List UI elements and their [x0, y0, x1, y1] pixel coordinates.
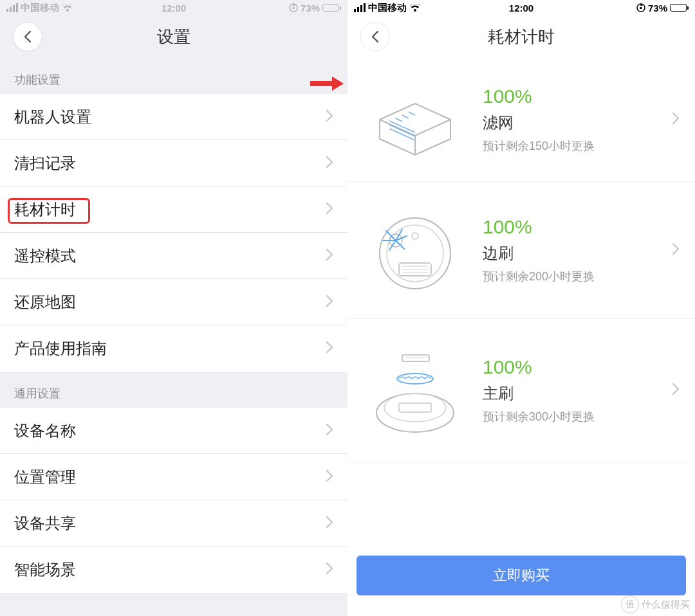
- row-label: 还原地图: [14, 292, 76, 313]
- watermark-glyph-icon: 值: [621, 595, 639, 613]
- consumable-illustration-icon: [348, 81, 483, 158]
- chevron-right-icon: [326, 562, 333, 577]
- battery-pct-label: 73%: [648, 3, 667, 14]
- clock-label: 12:00: [162, 3, 186, 14]
- settings-row[interactable]: 机器人设置: [0, 94, 348, 140]
- row-label: 产品使用指南: [14, 338, 107, 359]
- consumable-info: 100%边刷预计剩余200小时更换: [483, 216, 672, 284]
- status-bar: 中国移动 12:00 73%: [0, 0, 348, 15]
- section-label: 通用设置: [14, 386, 60, 401]
- consumable-row[interactable]: 100%主刷预计剩余300小时更换: [348, 319, 695, 462]
- back-button[interactable]: [13, 22, 42, 51]
- chevron-right-icon: [326, 156, 333, 171]
- arrow-annotation-icon: [309, 75, 345, 95]
- consumable-info: 100%滤网预计剩余150小时更换: [483, 86, 672, 154]
- row-label: 设备共享: [14, 513, 76, 534]
- svg-rect-3: [640, 7, 642, 9]
- watermark-text: 什么值得买: [642, 599, 690, 611]
- consumable-illustration-icon: [348, 342, 483, 439]
- consumable-remaining: 预计剩余200小时更换: [483, 269, 672, 284]
- consumable-illustration-icon: [348, 205, 483, 295]
- watermark: 值 什么值得买: [621, 595, 690, 613]
- svg-point-4: [380, 218, 450, 289]
- settings-row[interactable]: 位置管理: [0, 454, 348, 500]
- chevron-right-icon: [326, 202, 333, 217]
- consumable-name: 边刷: [483, 243, 672, 264]
- wifi-icon: [409, 3, 421, 12]
- clock-label: 12:00: [509, 3, 533, 14]
- page-title: 设置: [157, 26, 190, 48]
- row-label: 耗材计时: [14, 199, 76, 220]
- section-label: 功能设置: [14, 72, 60, 87]
- consumable-pct: 100%: [483, 216, 672, 238]
- battery-icon: [322, 4, 341, 12]
- settings-row[interactable]: 清扫记录: [0, 140, 348, 186]
- consumable-pct: 100%: [483, 86, 672, 107]
- row-label: 智能场景: [14, 559, 76, 580]
- chevron-right-icon: [326, 109, 333, 125]
- svg-point-10: [384, 394, 446, 422]
- row-label: 位置管理: [14, 467, 76, 487]
- signal-icon: [354, 3, 366, 12]
- svg-point-12: [397, 374, 433, 384]
- battery-icon: [670, 4, 689, 12]
- chevron-right-icon: [326, 248, 333, 264]
- section-header-functions: 功能设置: [0, 58, 348, 94]
- settings-row[interactable]: 设备共享: [0, 500, 348, 547]
- chevron-left-icon: [23, 30, 32, 43]
- settings-row[interactable]: 产品使用指南: [0, 325, 348, 372]
- svg-point-9: [376, 394, 454, 432]
- right-phone-screen: 中国移动 12:00 73% 耗材计时 100%滤网预计剩余150小时更换100…: [348, 0, 695, 616]
- svg-point-8: [412, 233, 418, 239]
- consumable-remaining: 预计剩余150小时更换: [483, 138, 672, 154]
- chevron-right-icon: [326, 294, 333, 310]
- consumable-info: 100%主刷预计剩余300小时更换: [483, 356, 672, 424]
- wifi-icon: [62, 3, 73, 12]
- signal-icon: [6, 3, 18, 12]
- consumable-pct: 100%: [483, 356, 672, 378]
- consumable-row[interactable]: 100%滤网预计剩余150小时更换: [348, 58, 695, 182]
- row-label: 设备名称: [14, 421, 76, 441]
- buy-now-button[interactable]: 立即购买: [357, 556, 686, 595]
- row-label: 机器人设置: [14, 107, 91, 127]
- settings-row[interactable]: 还原地图: [0, 279, 348, 325]
- carrier-label: 中国移动: [368, 2, 407, 14]
- consumable-row[interactable]: 100%边刷预计剩余200小时更换: [348, 182, 695, 319]
- chevron-right-icon: [326, 469, 333, 485]
- settings-row[interactable]: 遥控模式: [0, 233, 348, 279]
- chevron-right-icon: [672, 383, 683, 398]
- svg-rect-13: [402, 355, 429, 361]
- consumable-name: 主刷: [483, 383, 672, 404]
- settings-row[interactable]: 耗材计时: [0, 186, 348, 233]
- chevron-right-icon: [326, 423, 333, 439]
- row-label: 清扫记录: [14, 153, 76, 174]
- orientation-lock-icon: [289, 3, 298, 12]
- battery-pct-label: 73%: [301, 3, 320, 14]
- row-label: 遥控模式: [14, 246, 76, 266]
- chevron-right-icon: [326, 341, 333, 356]
- orientation-lock-icon: [636, 3, 645, 12]
- status-bar: 中国移动 12:00 73%: [348, 0, 695, 15]
- back-button[interactable]: [360, 22, 390, 51]
- settings-row[interactable]: 设备名称: [0, 408, 348, 454]
- chevron-left-icon: [371, 30, 380, 43]
- consumable-remaining: 预计剩余300小时更换: [483, 409, 672, 424]
- left-phone-screen: 中国移动 12:00 73% 设置 功能设置 机器人设置清扫记录耗材计时遥控模式…: [0, 0, 348, 616]
- nav-bar: 耗材计时: [348, 15, 695, 58]
- carrier-label: 中国移动: [21, 2, 59, 14]
- svg-rect-11: [399, 403, 431, 412]
- page-title: 耗材计时: [488, 26, 555, 48]
- settings-row[interactable]: 智能场景: [0, 547, 348, 593]
- nav-bar: 设置: [0, 15, 348, 58]
- chevron-right-icon: [672, 242, 683, 258]
- svg-point-5: [387, 225, 443, 282]
- svg-rect-1: [292, 7, 294, 9]
- chevron-right-icon: [326, 516, 333, 531]
- section-header-general: 通用设置: [0, 372, 348, 408]
- consumable-name: 滤网: [483, 113, 672, 133]
- chevron-right-icon: [672, 112, 683, 127]
